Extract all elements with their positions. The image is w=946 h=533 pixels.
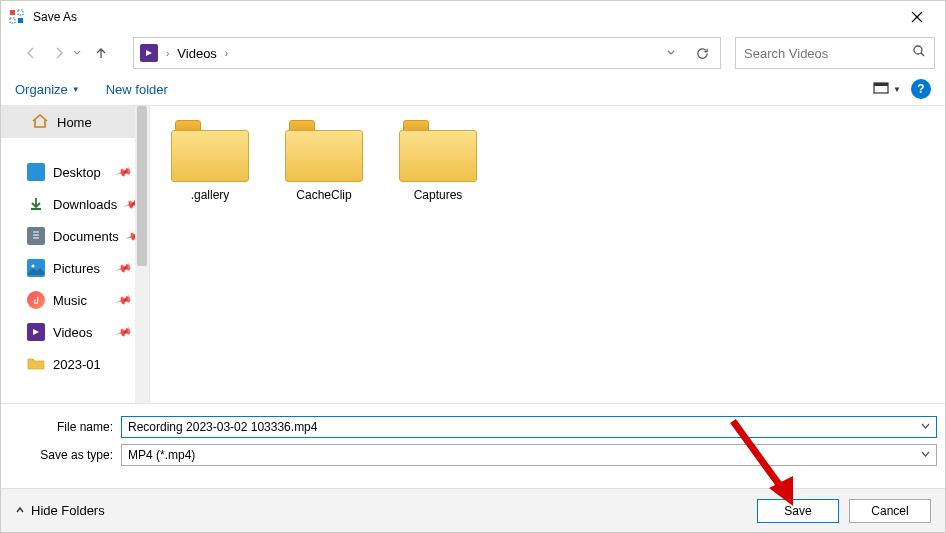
filename-field[interactable] [121, 416, 937, 438]
file-grid[interactable]: .gallery CacheClip Captures [149, 106, 945, 403]
folder-label: CacheClip [296, 188, 351, 202]
folder-label: .gallery [191, 188, 230, 202]
history-dropdown-icon[interactable] [73, 48, 81, 59]
pictures-icon [27, 259, 45, 277]
svg-rect-8 [31, 229, 41, 243]
sidebar-item-downloads[interactable]: Downloads 📌 [1, 188, 149, 220]
chevron-right-icon: › [225, 48, 228, 59]
toolbar: Organize ▼ New folder ▼ ? [1, 73, 945, 105]
sidebar-item-desktop[interactable]: Desktop 📌 [1, 156, 149, 188]
svg-point-10 [32, 265, 35, 268]
up-button[interactable] [89, 41, 113, 65]
sidebar-item-label: Videos [53, 325, 93, 340]
folder-item[interactable]: .gallery [166, 120, 254, 202]
view-mode-button[interactable]: ▼ [873, 82, 901, 96]
view-icon [873, 82, 891, 96]
filename-label: File name: [1, 420, 121, 434]
sidebar-item-label: Downloads [53, 197, 117, 212]
chevron-right-icon: › [166, 48, 169, 59]
pin-icon: 📌 [115, 259, 134, 277]
svg-rect-1 [18, 10, 23, 15]
window-title: Save As [33, 10, 77, 24]
svg-rect-2 [10, 18, 15, 23]
sidebar-item-label: Desktop [53, 165, 101, 180]
folder-icon [285, 120, 363, 182]
music-icon [27, 291, 45, 309]
new-folder-label: New folder [106, 82, 168, 97]
sidebar-item-label: Documents [53, 229, 119, 244]
download-icon [27, 195, 45, 213]
hide-folders-label: Hide Folders [31, 503, 105, 518]
address-segment[interactable]: Videos [177, 46, 217, 61]
title-bar: Save As [1, 1, 945, 33]
svg-marker-4 [146, 50, 152, 56]
scrollbar-thumb[interactable] [137, 106, 147, 266]
sidebar-item-label: 2023-01 [53, 357, 101, 372]
footer: Hide Folders Save Cancel [1, 488, 945, 532]
svg-point-5 [914, 46, 922, 54]
filename-input[interactable] [128, 420, 921, 434]
sidebar-item-folder[interactable]: 2023-01 [1, 348, 149, 380]
folder-icon [27, 355, 45, 373]
pin-icon: 📌 [115, 291, 134, 309]
sidebar-item-home[interactable]: Home [1, 106, 149, 138]
sidebar-item-documents[interactable]: Documents 📌 [1, 220, 149, 252]
dropdown-icon[interactable] [921, 450, 930, 461]
folder-icon [171, 120, 249, 182]
sidebar-item-label: Pictures [53, 261, 100, 276]
svg-marker-11 [33, 329, 39, 335]
svg-rect-3 [18, 18, 23, 23]
bottom-form: File name: Save as type: MP4 (*.mp4) [1, 403, 945, 468]
search-icon [912, 44, 926, 62]
refresh-button[interactable] [690, 41, 714, 65]
organize-menu[interactable]: Organize ▼ [15, 82, 80, 97]
filetype-select[interactable]: MP4 (*.mp4) [121, 444, 937, 466]
organize-label: Organize [15, 82, 68, 97]
document-icon [27, 227, 45, 245]
sidebar-item-label: Music [53, 293, 87, 308]
dropdown-icon[interactable] [921, 422, 930, 433]
filetype-value: MP4 (*.mp4) [128, 448, 195, 462]
address-bar[interactable]: › Videos › [133, 37, 721, 69]
home-icon [31, 112, 49, 133]
svg-rect-7 [874, 83, 888, 86]
location-icon [140, 44, 158, 62]
search-placeholder: Search Videos [744, 46, 912, 61]
dropdown-icon: ▼ [72, 85, 80, 94]
folder-icon [399, 120, 477, 182]
sidebar-item-pictures[interactable]: Pictures 📌 [1, 252, 149, 284]
search-box[interactable]: Search Videos [735, 37, 935, 69]
pin-icon: 📌 [115, 163, 134, 181]
sidebar: Home Desktop 📌 Downloads 📌 Documents 📌 [1, 106, 149, 403]
svg-rect-0 [10, 10, 15, 15]
save-button[interactable]: Save [757, 499, 839, 523]
main-area: Home Desktop 📌 Downloads 📌 Documents 📌 [1, 105, 945, 403]
hide-folders-button[interactable]: Hide Folders [15, 503, 105, 518]
sidebar-item-videos[interactable]: Videos 📌 [1, 316, 149, 348]
help-button[interactable]: ? [911, 79, 931, 99]
cancel-button[interactable]: Cancel [849, 499, 931, 523]
sidebar-item-music[interactable]: Music 📌 [1, 284, 149, 316]
folder-label: Captures [414, 188, 463, 202]
dropdown-icon: ▼ [893, 85, 901, 94]
filetype-label: Save as type: [1, 448, 121, 462]
close-button[interactable] [897, 1, 937, 33]
desktop-icon [27, 163, 45, 181]
navigation-row: › Videos › Search Videos [1, 33, 945, 73]
videos-icon [27, 323, 45, 341]
pin-icon: 📌 [115, 323, 134, 341]
folder-item[interactable]: Captures [394, 120, 482, 202]
back-button[interactable] [19, 41, 43, 65]
new-folder-button[interactable]: New folder [106, 82, 168, 97]
app-icon [9, 9, 25, 25]
sidebar-item-label: Home [57, 115, 92, 130]
sidebar-scrollbar[interactable] [135, 106, 149, 403]
folder-item[interactable]: CacheClip [280, 120, 368, 202]
caret-up-icon [15, 505, 25, 517]
address-dropdown-icon[interactable] [666, 44, 676, 62]
forward-button[interactable] [47, 41, 71, 65]
